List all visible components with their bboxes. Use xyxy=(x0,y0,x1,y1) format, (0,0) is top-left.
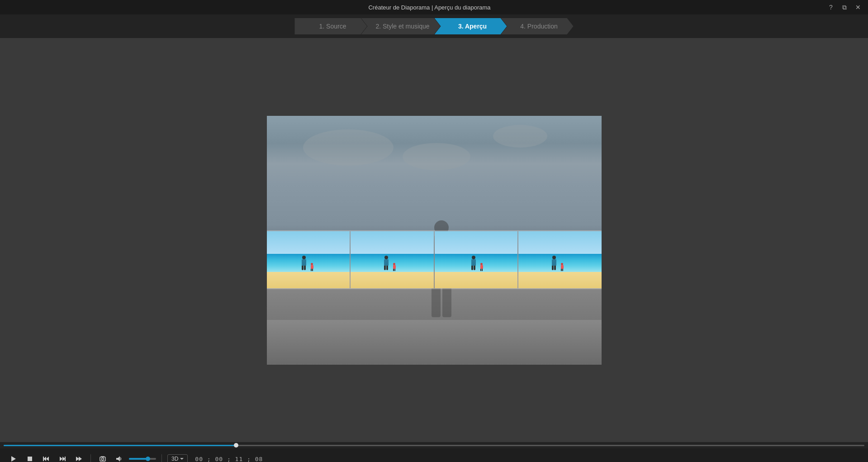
main-preview-area xyxy=(0,38,868,442)
svg-rect-7 xyxy=(65,457,66,461)
snapshot-button[interactable] xyxy=(96,452,109,462)
person-in-photo-1 xyxy=(300,256,308,272)
cloud-3 xyxy=(493,125,547,148)
filmstrip-photo-1 xyxy=(267,231,351,288)
scrubber-track[interactable] xyxy=(4,445,864,446)
wizard-step-apercu[interactable]: 3. Aperçu xyxy=(435,18,507,34)
svg-marker-9 xyxy=(79,457,82,461)
wizard-step-style[interactable]: 2. Style et musique xyxy=(361,18,440,34)
svg-marker-13 xyxy=(180,458,184,460)
beach-sky-3 xyxy=(435,231,518,254)
filmstrip-photo-3 xyxy=(435,231,519,288)
beach-photo-2 xyxy=(351,231,434,288)
beach-sky-2 xyxy=(351,231,434,254)
child-in-photo-3 xyxy=(479,263,484,272)
person-in-photo-4 xyxy=(550,256,558,272)
beach-sand-3 xyxy=(435,272,518,288)
controls-bar: 3D 00 ; 00 ; 11 ; 08 xyxy=(0,448,868,462)
beach-sky-1 xyxy=(267,231,350,254)
volume-fill xyxy=(129,458,148,460)
prev-frame-button[interactable] xyxy=(40,452,52,462)
3d-button[interactable]: 3D xyxy=(167,454,188,462)
filmstrip-row xyxy=(267,230,602,289)
close-button[interactable]: ✕ xyxy=(854,3,863,12)
beach-photo-3 xyxy=(435,231,518,288)
scrubber-thumb[interactable] xyxy=(234,443,238,448)
scrubber-bar[interactable] xyxy=(0,442,868,448)
svg-rect-1 xyxy=(28,457,32,461)
beach-photo-1 xyxy=(267,231,350,288)
svg-marker-5 xyxy=(60,457,62,461)
title-bar: Créateur de Diaporama | Aperçu du diapor… xyxy=(0,0,868,14)
play-button[interactable] xyxy=(7,452,20,462)
timecode: 00 ; 00 ; 11 ; 08 xyxy=(195,456,263,462)
cloud-1 xyxy=(303,129,394,166)
video-preview-container xyxy=(267,116,602,365)
beach-sea-1 xyxy=(267,254,350,274)
volume-button[interactable] xyxy=(113,452,125,462)
filmstrip-photo-2 xyxy=(351,231,435,288)
svg-marker-3 xyxy=(46,457,49,461)
fast-forward-button[interactable] xyxy=(72,452,85,462)
svg-rect-4 xyxy=(43,457,44,461)
child-in-photo-4 xyxy=(560,263,564,272)
filmstrip-photo-4 xyxy=(518,231,602,288)
beach-photo-4 xyxy=(518,231,602,288)
video-preview xyxy=(267,116,602,365)
separator-1 xyxy=(90,454,91,462)
svg-point-11 xyxy=(102,458,104,460)
window-controls: ? ⧉ ✕ xyxy=(826,3,863,12)
window-title: Créateur de Diaporama | Aperçu du diapor… xyxy=(33,4,826,11)
beach-sand-1 xyxy=(267,272,350,288)
person-in-photo-2 xyxy=(382,256,390,272)
beach-sand-4 xyxy=(518,272,602,288)
beach-sky-4 xyxy=(518,231,602,254)
wizard-bar: 1. Source 2. Style et musique 3. Aperçu … xyxy=(0,14,868,38)
next-frame-button[interactable] xyxy=(56,452,69,462)
svg-marker-8 xyxy=(76,457,79,461)
person-in-photo-3 xyxy=(470,256,478,272)
volume-thumb[interactable] xyxy=(146,457,150,461)
sand-bottom xyxy=(267,320,602,365)
separator-2 xyxy=(161,454,162,462)
child-in-photo-2 xyxy=(392,263,397,272)
stop-button[interactable] xyxy=(24,452,36,462)
restore-button[interactable]: ⧉ xyxy=(840,3,849,12)
scrubber-fill xyxy=(4,445,236,446)
svg-marker-12 xyxy=(116,456,120,462)
cloud-2 xyxy=(403,143,470,170)
beach-sand-2 xyxy=(351,272,434,288)
svg-marker-0 xyxy=(11,456,16,462)
help-button[interactable]: ? xyxy=(826,3,835,12)
wizard-step-production[interactable]: 4. Production xyxy=(501,18,574,34)
volume-slider[interactable] xyxy=(129,458,156,460)
child-in-photo-1 xyxy=(310,263,314,272)
wizard-step-source[interactable]: 1. Source xyxy=(294,18,367,34)
